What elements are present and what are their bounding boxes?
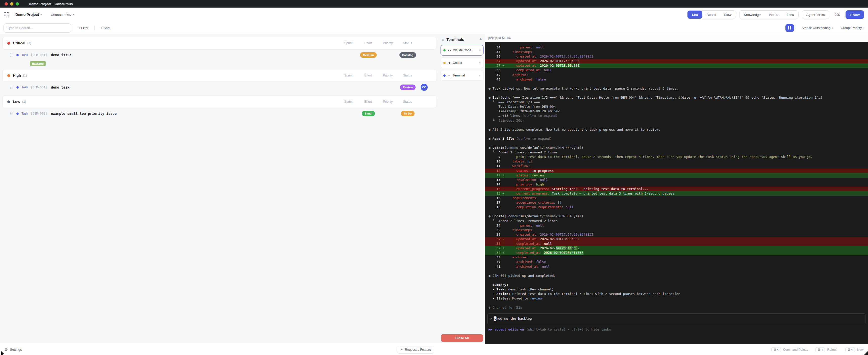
badge-to-do[interactable]: To Do (401, 111, 414, 116)
terminal-prompt-input[interactable]: > show me the backlog (487, 313, 866, 324)
nav-tab-agent-tasks[interactable]: Agent Tasks (802, 10, 829, 19)
nav-tab-files[interactable]: Files (782, 10, 798, 19)
terminal-pane: pickup DEM-004 34 parent: null 35 timest… (485, 34, 868, 344)
issue-type-label: Task (22, 86, 28, 89)
terminal-tab-terminal[interactable]: >_Terminal× (440, 70, 484, 81)
search-input[interactable] (3, 24, 71, 33)
badge-small[interactable]: Small (362, 111, 375, 116)
add-filter-button[interactable]: + Filter (78, 26, 88, 30)
kbd-chip: ⌘K (771, 347, 781, 352)
close-terminal-icon[interactable]: × (479, 49, 481, 52)
kbd-label: Command Palette (783, 348, 808, 352)
close-all-button[interactable]: Close All (441, 334, 483, 342)
terminal-line: - Action: Printed test data to the termi… (485, 292, 868, 296)
collapse-panel-icon[interactable]: « (441, 37, 443, 42)
project-switcher[interactable]: Demo Project ▾ (16, 12, 42, 17)
command-k-hint: ⌘K (835, 13, 840, 17)
terminal-line: ● All 3 iterations complete. Now let me … (485, 127, 868, 132)
minimize-window-button[interactable] (10, 2, 13, 5)
close-window-button[interactable] (4, 2, 8, 5)
channel-switcher[interactable]: Channel: Dev ▾ (51, 13, 74, 17)
terminal-line: 37 + updated_at: 2026-02-09T18:00:00Z (485, 63, 868, 68)
terminal-tab-claude-code[interactable]: <>Claude Code× (440, 45, 484, 56)
issue-row[interactable]: Task[DEM-001]demo issueMediumBacklog (2, 50, 437, 61)
badge-medium[interactable]: Medium (360, 52, 376, 58)
terminal-line: 34 parent: null (485, 223, 868, 228)
mouse-cursor (1, 351, 5, 355)
drag-handle-icon[interactable] (10, 54, 12, 57)
column-headers: SprintEffortPriorityStatus (339, 100, 432, 103)
issue-row[interactable]: Task[DEM-004]demo taskReviewCC (2, 82, 437, 93)
status-bar: ⚙ Settings ⚑ Request a Feature ⌘KCommand… (0, 344, 868, 355)
terminal-line: 36 created_at: 2026-02-09T17:57:26.82488… (485, 54, 868, 59)
filter-bar: + Filter + Sort Status: Outstanding ▾ Gr… (0, 22, 868, 34)
terminal-line: 37 - updated_at: 2026-02-09T17:58:00Z (485, 59, 868, 63)
nav-tab-notes[interactable]: Notes (765, 10, 782, 19)
terminal-line: 40 archived: false (485, 260, 868, 264)
column-header-sprint: Sprint (339, 100, 358, 103)
terminal-line: ● Task picked up. Now let me execute the… (485, 86, 868, 91)
section-header-high[interactable]: High(1)SprintEffortPriorityStatus (2, 69, 437, 82)
tag-backend[interactable]: Backend (30, 61, 46, 66)
new-button[interactable]: + New (845, 10, 864, 19)
columns-icon (790, 26, 791, 30)
add-sort-button[interactable]: + Sort (101, 26, 110, 30)
section-header-critical[interactable]: Critical(1)SprintEffortPriorityStatus (2, 37, 437, 50)
status-filter[interactable]: Status: Outstanding ▾ (802, 26, 833, 30)
chevron-down-icon: ▾ (40, 13, 42, 16)
channel-label: Channel: Dev (51, 13, 71, 17)
terminal-line: └ (timeout 30s) (485, 118, 868, 123)
settings-button[interactable]: ⚙ Settings (4, 348, 22, 352)
terminal-line: Test Data: Hello from DEM-004 (485, 104, 868, 109)
layout-toggle-button[interactable] (785, 24, 794, 32)
chevron-down-icon: ▾ (832, 27, 833, 29)
terminal-line: 15 - current_progress: Starting task — p… (485, 187, 868, 191)
drag-handle-icon[interactable] (10, 86, 12, 89)
terminal-line (485, 209, 868, 214)
drag-handle-icon[interactable] (10, 112, 12, 115)
terminal-output[interactable]: 34 parent: null 35 timestamps: 36 create… (485, 42, 868, 344)
close-terminal-icon[interactable]: × (479, 61, 481, 65)
terminal-line: ✻ Churned for 51s (485, 305, 868, 310)
terminal-line: 37 - updated_at: 2026-02-09T18:00:00Z (485, 237, 868, 241)
terminal-line: ● Update(.concursus/default/issues/DEM-0… (485, 214, 868, 219)
priority-section-low: Low(1)SprintEffortPriorityStatusTask[DEM… (2, 95, 437, 119)
section-name: Low (13, 100, 20, 104)
terminal-line: 14 priority: high (485, 182, 868, 187)
add-terminal-button[interactable]: + (479, 37, 482, 42)
view-tab-list[interactable]: List (687, 10, 702, 19)
section-name: High (13, 73, 21, 77)
view-tab-board[interactable]: Board (702, 10, 720, 19)
terminal-line: 39 archive: (485, 255, 868, 260)
request-feature-button[interactable]: ⚑ Request a Feature (397, 346, 434, 354)
task-type-dot (17, 112, 19, 115)
badge-review[interactable]: Review (400, 85, 415, 90)
terminal-line: 38 - completed_at: null (485, 241, 868, 246)
columns-icon (788, 26, 789, 30)
terminal-line: 10 labels: [] (485, 159, 868, 164)
priority-section-critical: Critical(1)SprintEffortPriorityStatusTas… (2, 37, 437, 66)
terminal-line (485, 91, 868, 95)
issues-list: Critical(1)SprintEffortPriorityStatusTas… (0, 34, 439, 344)
apps-grid-icon[interactable] (4, 12, 9, 17)
shortcut-command-palette: ⌘KCommand Palette (771, 347, 808, 352)
assignee-avatar[interactable]: CC (421, 84, 428, 91)
terminal-tab-codex[interactable]: <>Codex× (440, 58, 484, 68)
issue-row[interactable]: Task[DEM-002]example small low priority … (2, 108, 437, 119)
group-filter[interactable]: Group: Priority ▾ (841, 26, 865, 30)
prompt-char: > (490, 316, 492, 321)
close-terminal-icon[interactable]: × (479, 74, 481, 77)
section-name: Critical (13, 41, 25, 45)
terminal-line: 41 archived_at: null (485, 264, 868, 269)
column-header-effort: Effort (358, 74, 378, 77)
zoom-window-button[interactable] (16, 2, 19, 5)
badge-backlog[interactable]: Backlog (399, 52, 416, 58)
shortcut-refresh: ⌘RRefresh (815, 347, 838, 352)
status-dot (443, 62, 445, 64)
terminal-line: 37 + updated_at: 2026-02-09T20:41:05Z (485, 246, 868, 251)
kbd-chip: ⌘N (845, 347, 855, 352)
section-header-low[interactable]: Low(1)SprintEffortPriorityStatus (2, 95, 437, 108)
nav-tab-knowledge[interactable]: Knowledge (740, 10, 765, 19)
view-tab-flow[interactable]: Flow (720, 10, 736, 19)
status-dot (443, 49, 445, 52)
